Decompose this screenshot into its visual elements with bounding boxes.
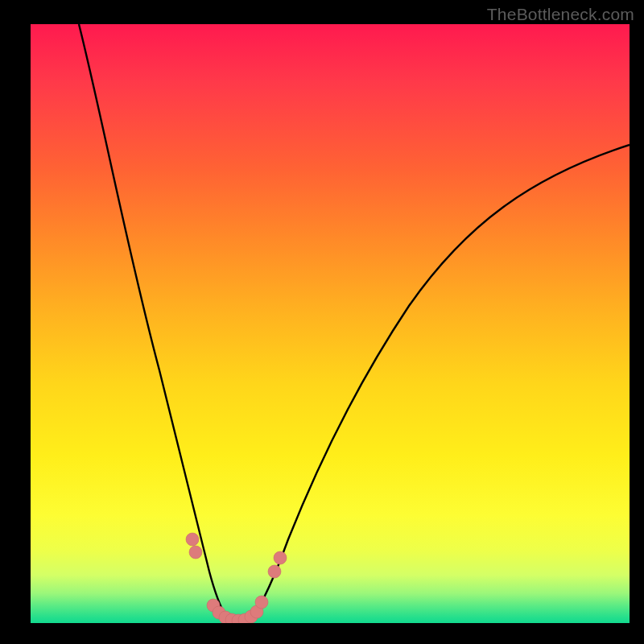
curve-right xyxy=(250,145,630,620)
chart-plot-area xyxy=(31,24,630,623)
watermark-text: TheBottleneck.com xyxy=(487,5,634,24)
chart-svg xyxy=(31,24,630,623)
dot-cluster xyxy=(186,533,287,623)
svg-point-0 xyxy=(186,533,199,546)
svg-point-11 xyxy=(268,565,281,578)
curve-left xyxy=(79,24,229,620)
svg-point-10 xyxy=(255,596,268,609)
svg-point-12 xyxy=(274,551,287,564)
svg-point-1 xyxy=(189,546,202,559)
chart-frame: TheBottleneck.com xyxy=(0,0,644,644)
